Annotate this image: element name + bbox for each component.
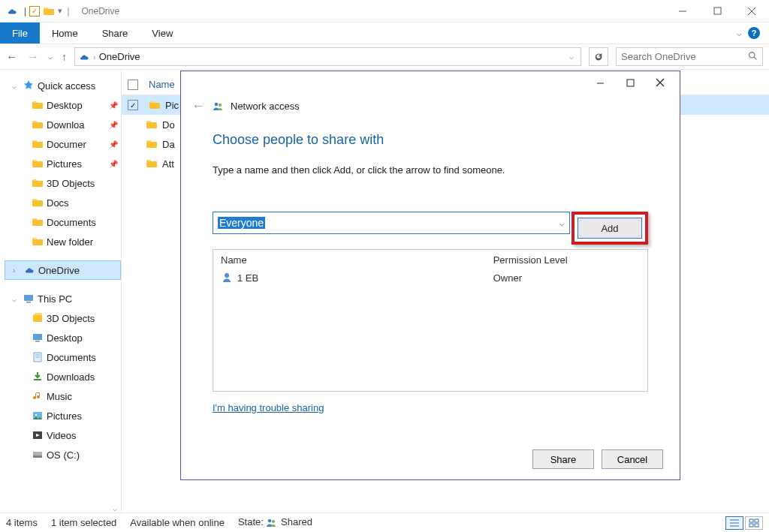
tab-view[interactable]: View: [140, 23, 185, 44]
people-icon: [213, 101, 225, 113]
svg-rect-25: [26, 302, 31, 303]
address-bar[interactable]: › OneDrive ⌵: [74, 47, 581, 66]
icons-view-button[interactable]: [745, 516, 763, 530]
trouble-link[interactable]: I'm having trouble sharing: [213, 402, 324, 413]
user-icon: [221, 272, 233, 284]
search-input[interactable]: [621, 51, 748, 62]
share-list-row[interactable]: 1 EB Owner: [213, 270, 647, 285]
chevron-down-icon[interactable]: ⌵: [559, 218, 565, 228]
svg-rect-39: [33, 455, 42, 458]
window-title: OneDrive: [82, 6, 120, 17]
sidebar-item[interactable]: New folder: [5, 232, 121, 251]
sidebar-item[interactable]: Documer📌: [5, 134, 121, 154]
sidebar-item[interactable]: OS (C:): [5, 445, 121, 464]
qat-checkbox[interactable]: ✓: [29, 6, 40, 17]
col-permission[interactable]: Permission Level: [493, 254, 568, 266]
cancel-button[interactable]: Cancel: [602, 449, 663, 469]
qat-dropdown-icon[interactable]: ▾: [58, 6, 62, 16]
sidebar-item[interactable]: Desktop📌: [5, 95, 121, 115]
file-name: Da: [162, 139, 175, 150]
col-name[interactable]: Name: [221, 254, 493, 266]
expand-icon[interactable]: ›: [13, 266, 20, 275]
window-controls: [665, 0, 769, 23]
sidebar-item[interactable]: 3D Objects: [5, 173, 121, 193]
row-permission: Owner: [493, 272, 522, 284]
folder-icon: [32, 351, 44, 363]
tree-label: Quick access: [38, 80, 95, 92]
folder-icon: [32, 332, 44, 344]
dialog-title-text: Network access: [231, 101, 300, 112]
onedrive-icon: [23, 264, 35, 276]
expand-icon[interactable]: ⌵: [12, 82, 20, 90]
file-name: Pic: [165, 100, 179, 111]
folder-icon: [32, 236, 44, 248]
tab-share[interactable]: Share: [90, 23, 140, 44]
help-icon[interactable]: ?: [748, 27, 760, 39]
chevron-right-icon[interactable]: ›: [93, 53, 96, 62]
sidebar-item[interactable]: Downloads: [5, 367, 121, 386]
sidebar-item[interactable]: Pictures📌: [5, 154, 121, 173]
minimize-button[interactable]: [665, 0, 700, 23]
share-button[interactable]: Share: [532, 449, 594, 469]
svg-rect-23: [32, 239, 43, 245]
tab-file[interactable]: File: [0, 23, 40, 44]
sidebar-item[interactable]: Desktop: [5, 328, 121, 347]
sidebar-item[interactable]: Videos: [5, 425, 121, 445]
sidebar-item[interactable]: 3D Objects: [5, 308, 121, 328]
tree-label: OneDrive: [38, 265, 80, 276]
tab-home[interactable]: Home: [40, 23, 90, 44]
sidebar-item-label: Music: [47, 391, 72, 402]
nav-history-icon[interactable]: ⌵: [48, 53, 53, 61]
people-combobox[interactable]: Everyone ⌵: [213, 212, 570, 234]
folder-icon[interactable]: [43, 5, 55, 17]
tree-quick-access[interactable]: ⌵ Quick access: [5, 76, 121, 95]
row-checkbox[interactable]: ✓: [128, 100, 138, 110]
svg-rect-13: [32, 142, 43, 148]
dialog-close-button[interactable]: [645, 74, 675, 92]
select-all-checkbox[interactable]: [128, 80, 138, 90]
combobox-value: Everyone: [218, 217, 265, 229]
address-dropdown-icon[interactable]: ⌵: [569, 52, 574, 62]
sidebar-item-label: Desktop: [47, 100, 83, 111]
sidebar-item[interactable]: Music: [5, 386, 121, 406]
dialog-maximize-button[interactable]: [615, 74, 645, 92]
svg-point-48: [268, 518, 272, 522]
sidebar-item[interactable]: Documents: [5, 347, 121, 367]
close-button[interactable]: [734, 0, 769, 23]
svg-point-49: [272, 520, 275, 523]
expand-icon[interactable]: ⌵: [12, 295, 20, 303]
nav-back-icon[interactable]: ←: [6, 50, 18, 64]
folder-icon: [32, 158, 44, 170]
ribbon-collapse-icon[interactable]: ⌵: [737, 29, 742, 38]
svg-rect-11: [32, 122, 43, 128]
nav-forward-icon[interactable]: →: [27, 50, 39, 64]
onedrive-icon: [6, 5, 18, 17]
tree-onedrive[interactable]: › OneDrive: [5, 260, 121, 280]
svg-point-63: [225, 273, 229, 278]
sidebar-scrollbar[interactable]: ⌵: [109, 70, 121, 512]
star-icon: [23, 80, 35, 92]
dialog-minimize-button[interactable]: [585, 74, 615, 92]
dialog-subtitle: Type a name and then click Add, or click…: [213, 164, 648, 176]
sidebar-item[interactable]: Docs: [5, 193, 121, 212]
address-segment[interactable]: OneDrive: [99, 51, 140, 62]
search-icon[interactable]: [748, 51, 758, 63]
folder-icon: [32, 410, 44, 422]
dialog-back-icon[interactable]: ←: [191, 98, 205, 114]
add-button[interactable]: Add: [578, 218, 642, 239]
folder-icon: [32, 119, 44, 131]
sidebar-item-label: Documents: [47, 352, 96, 363]
sidebar-item-label: Pictures: [47, 410, 82, 422]
nav-up-icon[interactable]: ↑: [62, 51, 67, 63]
sidebar-item-label: Downloads: [47, 371, 95, 383]
sidebar-item[interactable]: Downloa📌: [5, 115, 121, 134]
refresh-button[interactable]: [589, 47, 608, 66]
search-box[interactable]: [616, 47, 763, 66]
svg-rect-29: [35, 341, 40, 342]
maximize-button[interactable]: [700, 0, 734, 23]
ribbon-tabs: File Home Share View ⌵ ?: [0, 23, 769, 44]
sidebar-item[interactable]: Pictures: [5, 406, 121, 425]
sidebar-item[interactable]: Documents: [5, 212, 121, 232]
details-view-button[interactable]: [725, 516, 743, 530]
tree-this-pc[interactable]: ⌵ This PC: [5, 289, 121, 308]
